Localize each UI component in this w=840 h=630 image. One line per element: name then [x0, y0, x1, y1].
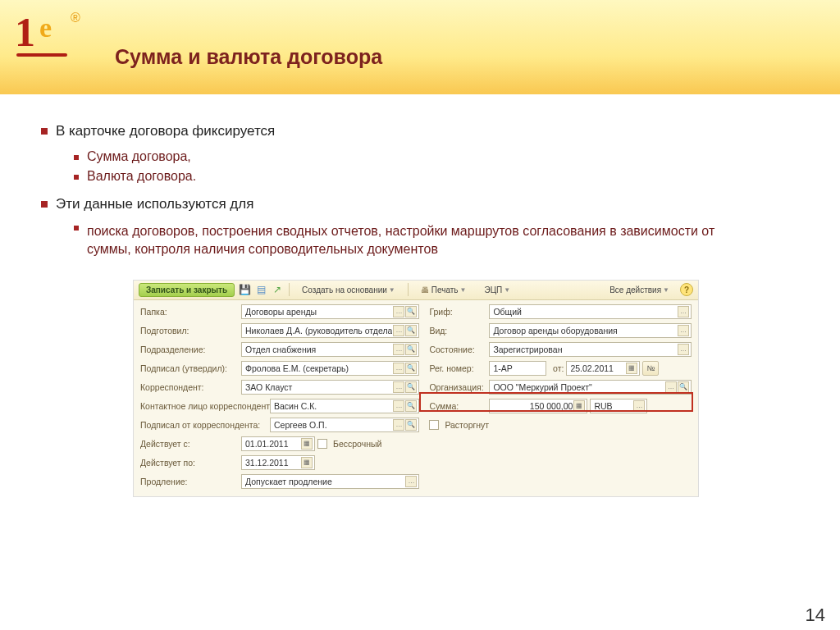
bullet-2: Эти данные используются для — [56, 196, 253, 212]
printer-icon: 🖶 — [421, 285, 429, 294]
all-actions-button[interactable]: Все действия▼ — [602, 283, 677, 297]
calendar-icon[interactable]: ▦ — [301, 438, 313, 450]
ellipsis-icon[interactable]: … — [393, 363, 404, 374]
valid-to-label: Действует по: — [140, 458, 239, 468]
slide-content: В карточке договора фиксируется Сумма до… — [0, 94, 840, 497]
folder-input[interactable]: Договоры аренды … 🔍 — [241, 304, 419, 319]
app-screenshot: Записать и закрыть 💾 ▤ ↗ Создать на осно… — [133, 280, 699, 497]
signed-corr-label: Подписал от корреспондента: — [140, 420, 267, 430]
bullet-1-sub-2: Валюта договора. — [87, 169, 196, 183]
ellipsis-icon[interactable]: … — [633, 400, 645, 412]
ellipsis-icon[interactable]: … — [678, 306, 689, 317]
terminated-label: Расторгнут — [445, 420, 489, 430]
perpetual-label: Бессрочный — [333, 439, 381, 449]
magnify-icon[interactable]: 🔍 — [405, 363, 417, 374]
dept-label: Подразделение: — [140, 345, 239, 354]
ellipsis-icon[interactable]: … — [405, 476, 417, 487]
create-based-button[interactable]: Создать на основании▼ — [294, 283, 403, 297]
valid-from-input[interactable]: 01.01.2011 ▦ — [241, 436, 315, 451]
ellipsis-icon[interactable]: … — [393, 419, 404, 431]
type-label: Вид: — [429, 326, 486, 336]
page-number: 14 — [806, 605, 825, 626]
reg-input[interactable]: 1-АР — [489, 361, 546, 376]
magnify-icon[interactable]: 🔍 — [678, 381, 689, 393]
edc-button[interactable]: ЭЦП▼ — [477, 283, 518, 297]
sum-label: Сумма: — [429, 401, 486, 411]
number-button[interactable]: № — [642, 361, 659, 376]
from-label: от: — [549, 363, 564, 373]
org-input[interactable]: ООО "Меркурий Проект" … 🔍 — [489, 380, 692, 395]
contact-input[interactable]: Васин С.К. … 🔍 — [270, 399, 419, 413]
slide-title: Сумма и валюта договора — [115, 45, 840, 69]
magnify-icon[interactable]: 🔍 — [405, 400, 417, 412]
prepared-label: Подготовил: — [140, 326, 239, 336]
ellipsis-icon[interactable]: … — [393, 400, 404, 412]
signed-input[interactable]: Фролова Е.М. (секретарь) … 🔍 — [241, 361, 419, 376]
terminated-checkbox[interactable] — [429, 420, 439, 430]
magnify-icon[interactable]: 🔍 — [405, 419, 417, 431]
magnify-icon[interactable]: 🔍 — [405, 344, 417, 355]
toolbar: Записать и закрыть 💾 ▤ ↗ Создать на осно… — [134, 281, 698, 300]
form-left-column: Папка: Договоры аренды … 🔍 Подготовил: Н… — [140, 304, 419, 490]
form-right-column: Гриф: Общий … Вид: Договор аренды оборуд… — [429, 304, 692, 490]
valid-from-label: Действует с: — [140, 439, 239, 449]
form: Папка: Договоры аренды … 🔍 Подготовил: Н… — [134, 300, 698, 496]
print-button[interactable]: 🖶Печать▼ — [413, 283, 474, 297]
ellipsis-icon[interactable]: … — [393, 325, 404, 336]
save-close-button[interactable]: Записать и закрыть — [139, 283, 235, 297]
perpetual-checkbox[interactable] — [317, 439, 327, 449]
calendar-icon[interactable]: ▦ — [626, 363, 637, 374]
dept-input[interactable]: Отдел снабжения … 🔍 — [241, 342, 419, 357]
org-label: Организация: — [429, 382, 486, 392]
from-date-input[interactable]: 25.02.2011 ▦ — [566, 361, 640, 376]
export-icon[interactable]: ↗ — [271, 283, 284, 296]
grif-input[interactable]: Общий … — [489, 304, 692, 319]
magnify-icon[interactable]: 🔍 — [405, 381, 417, 393]
extension-input[interactable]: Допускает продление … — [241, 474, 419, 489]
prepared-input[interactable]: Николаев Д.А. (руководитель отдела … 🔍 — [241, 323, 419, 338]
grif-label: Гриф: — [429, 307, 486, 317]
magnify-icon[interactable]: 🔍 — [405, 306, 417, 317]
corr-label: Корреспондент: — [140, 382, 239, 392]
ellipsis-icon[interactable]: … — [393, 381, 404, 393]
extension-label: Продление: — [140, 477, 239, 486]
corr-input[interactable]: ЗАО Клауст … 🔍 — [241, 380, 419, 395]
valid-to-input[interactable]: 31.12.2011 ▦ — [241, 455, 315, 470]
calendar-icon[interactable]: ▦ — [301, 457, 313, 468]
sum-input[interactable]: 150 000,00 ▦ — [489, 399, 587, 413]
folder-label: Папка: — [140, 307, 239, 317]
status-label: Состояние: — [429, 345, 486, 354]
magnify-icon[interactable]: 🔍 — [405, 325, 417, 336]
ellipsis-icon[interactable]: … — [393, 344, 404, 355]
currency-input[interactable]: RUB … — [590, 399, 647, 413]
save-icon[interactable]: 💾 — [238, 283, 251, 296]
status-input[interactable]: Зарегистрирован … — [489, 342, 692, 357]
signed-corr-input[interactable]: Сергеев О.П. … 🔍 — [270, 418, 419, 432]
slide-header: 1 e ® Сумма и валюта договора — [0, 0, 840, 94]
bullet-2-sub-1: поиска договоров, построения сводных отч… — [87, 222, 760, 259]
calculator-icon[interactable]: ▦ — [573, 400, 585, 412]
ellipsis-icon[interactable]: … — [678, 344, 689, 355]
list-icon[interactable]: ▤ — [254, 283, 267, 296]
ellipsis-icon[interactable]: … — [393, 306, 404, 317]
help-icon[interactable]: ? — [680, 283, 693, 296]
bullet-1-sub-1: Сумма договора, — [87, 149, 191, 163]
contact-label: Контактное лицо корреспондента: — [140, 401, 267, 411]
reg-label: Рег. номер: — [429, 363, 486, 373]
signed-label: Подписал (утвердил): — [140, 363, 239, 373]
ellipsis-icon[interactable]: … — [665, 381, 677, 393]
bullet-1: В карточке договора фиксируется — [56, 123, 275, 139]
ellipsis-icon[interactable]: … — [678, 325, 689, 336]
type-input[interactable]: Договор аренды оборудования … — [489, 323, 692, 338]
logo-1c: 1 e ® — [15, 12, 89, 62]
